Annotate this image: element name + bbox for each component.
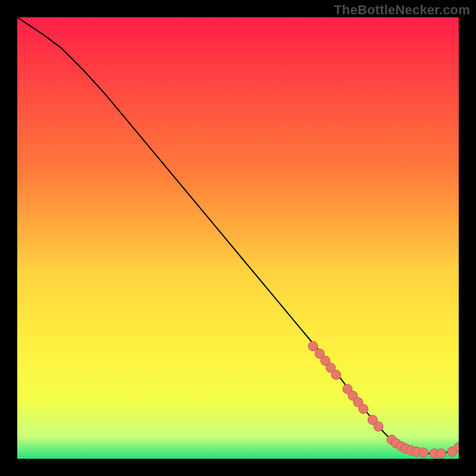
curve-marker bbox=[359, 404, 368, 414]
curve-marker bbox=[331, 370, 341, 380]
watermark-text: TheBottleNecker.com bbox=[334, 2, 470, 18]
bottleneck-chart bbox=[17, 17, 459, 459]
curve-marker bbox=[308, 342, 318, 351]
gradient-background bbox=[17, 17, 459, 459]
curve-marker bbox=[419, 448, 428, 458]
chart-stage: TheBottleNecker.com bbox=[0, 0, 476, 476]
curve-marker bbox=[436, 449, 446, 458]
curve-marker bbox=[374, 422, 383, 431]
